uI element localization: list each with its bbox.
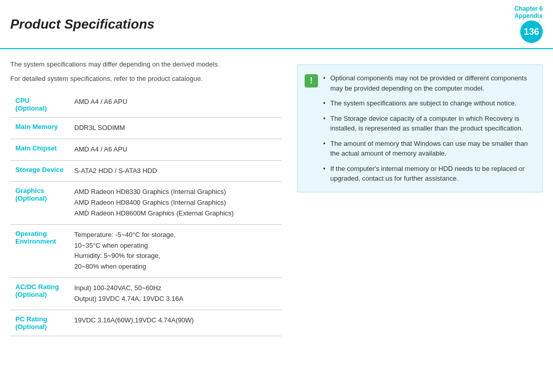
- spec-label: Graphics(Optional): [10, 182, 69, 224]
- notice-content: Optional components may not be provided …: [323, 73, 534, 184]
- spec-label: Main Chipset: [10, 139, 69, 160]
- right-column: ! Optional components may not be provide…: [297, 59, 543, 336]
- notice-item: The system specifications are subject to…: [323, 98, 534, 108]
- chapter-label: Chapter 6 Appendix: [515, 5, 543, 19]
- spec-label: AC/DC Rating(Optional): [10, 277, 69, 310]
- spec-label: CPU(Optional): [10, 92, 69, 118]
- page-title: Product Specifications: [10, 16, 155, 32]
- spec-value: DDR3L SODIMM: [69, 118, 282, 139]
- spec-label: Main Memory: [10, 118, 69, 139]
- table-row: Main ChipsetAMD A4 / A6 APU: [10, 139, 282, 160]
- notice-item: Optional components may not be provided …: [323, 73, 534, 93]
- table-row: Storage DeviceS-ATA2 HDD / S-ATA3 HDD: [10, 160, 282, 182]
- notice-item: The amount of memory that Windows can us…: [323, 139, 534, 159]
- spec-label: Storage Device: [10, 160, 69, 182]
- table-row: CPU(Optional)AMD A4 / A6 APU: [10, 92, 282, 118]
- table-row: Operating EnvironmentTemperature: -5~40°…: [10, 224, 282, 277]
- spec-value: Input) 100-240VAC, 50~60HzOutput) 19VDC …: [69, 277, 282, 310]
- main-content: The system specifications may differ dep…: [0, 49, 553, 346]
- table-row: AC/DC Rating(Optional)Input) 100-240VAC,…: [10, 277, 282, 310]
- page-number-badge: 136: [520, 20, 543, 43]
- spec-label: PC Rating(Optional): [10, 310, 69, 336]
- spec-value: 19VDC 3.16A(60W),19VDC 4.74A(90W): [69, 310, 282, 336]
- specs-table: CPU(Optional)AMD A4 / A6 APUMain MemoryD…: [10, 92, 282, 336]
- notice-item: The Storage device capacity of a compute…: [323, 114, 534, 134]
- spec-value: Temperature: -5~40°C for storage, 10~35°…: [69, 224, 282, 277]
- table-row: PC Rating(Optional)19VDC 3.16A(60W),19VD…: [10, 310, 282, 336]
- chapter-badge: Chapter 6 Appendix 136: [515, 5, 543, 43]
- intro-line1: The system specifications may differ dep…: [10, 59, 282, 70]
- notice-item: If the computer's internal memory or HDD…: [323, 164, 534, 184]
- spec-value: AMD A4 / A6 APU: [69, 92, 282, 118]
- notice-list: Optional components may not be provided …: [323, 73, 534, 184]
- spec-value: S-ATA2 HDD / S-ATA3 HDD: [69, 160, 282, 182]
- notice-box: ! Optional components may not be provide…: [297, 64, 543, 192]
- notice-icon: !: [305, 74, 318, 88]
- left-column: The system specifications may differ dep…: [10, 59, 282, 336]
- intro-line2: For detailed system specifications, refe…: [10, 74, 282, 84]
- table-row: Graphics(Optional)AMD Radeon HD8330 Grap…: [10, 182, 282, 224]
- spec-value: AMD A4 / A6 APU: [69, 139, 282, 160]
- table-row: Main MemoryDDR3L SODIMM: [10, 118, 282, 139]
- page-header: Product Specifications Chapter 6 Appendi…: [0, 0, 553, 49]
- spec-label: Operating Environment: [10, 224, 69, 277]
- spec-value: AMD Radeon HD8330 Graphics (Internal Gra…: [69, 182, 282, 224]
